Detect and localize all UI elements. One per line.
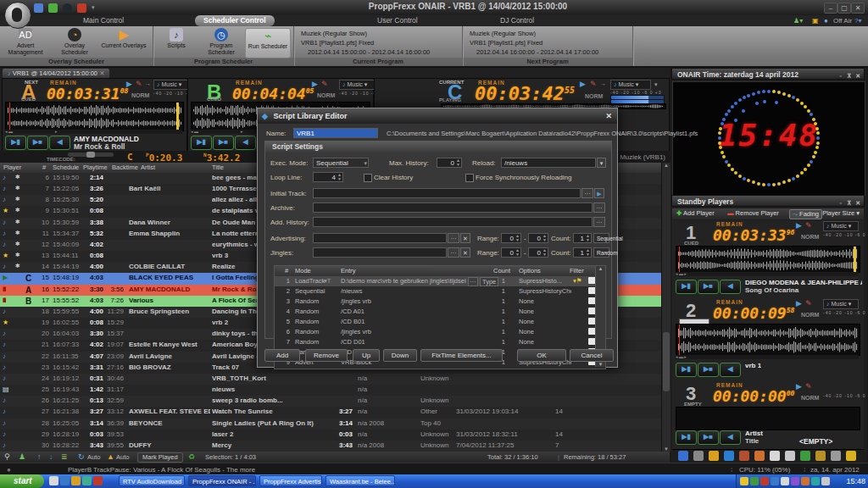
scripts-button[interactable]: ♪ Scripts [155,28,198,57]
run-scheduler-button[interactable]: ⌁ Run Scheduler [245,28,291,58]
playlist-row[interactable]: ▤2516:19:431:4231:17nieuwsn/a [0,385,661,396]
recycle-icon[interactable]: ♻ [188,452,195,462]
remove-button[interactable]: Remove [305,349,348,362]
task-button[interactable]: ProppFrexx Advertisi... [259,475,322,486]
play-stop-button[interactable]: ▶■ [698,363,719,377]
advertising-browse[interactable]: ··· [448,233,459,243]
panel-pin-icon[interactable]: ⊼ [847,197,851,209]
add-history-input[interactable] [313,217,593,227]
wave-scrollbar[interactable]: ◂ ▬ ▸ [676,355,859,359]
fade-brush-icon[interactable]: ✎ [321,80,328,88]
category-select[interactable]: ♪ Music ▾ [823,299,859,309]
tab-user-control[interactable]: User Control [369,15,426,26]
clipboard-icon[interactable] [739,451,749,461]
rewind-button[interactable]: ◀ [49,136,70,150]
play-pause-button[interactable]: ▶▮ [676,430,697,445]
search-icon[interactable] [693,451,704,461]
tab-dj-control[interactable]: DJ Control [492,15,542,26]
mode-dropdown-icon[interactable]: ▾T [324,277,331,285]
flag-icon[interactable] [846,451,856,461]
task-button[interactable]: RTV AudioDownload ... [119,475,185,486]
script-line-row[interactable]: 4Random/CD A011None [275,307,595,317]
adv-range-to[interactable]: 0▲▼ [528,233,548,243]
jin-mode-select[interactable]: Random [593,247,609,258]
folder-icon[interactable] [709,451,719,461]
standby-players-title[interactable]: Standby Players ▫ ⊼ ✕ [671,195,865,207]
jin-range-from[interactable]: 0▲▼ [501,247,521,258]
fixtime-elements-button[interactable]: FixTime Elements... [420,349,503,362]
add-button[interactable]: Add [264,349,300,362]
globe-icon[interactable] [724,451,734,461]
entry-browse-button[interactable]: ··· [468,277,478,286]
help-icon[interactable]: ?▾ [854,16,861,25]
user-icon[interactable]: ♟▾ [793,16,803,25]
auto-eject-label[interactable]: Auto [116,453,129,461]
playlist-row[interactable]: ♪2716:21:383:2733:12AXWELL FEAT. STEVE E… [0,407,661,418]
quicklaunch-ie-icon[interactable] [49,476,58,485]
jingles-input[interactable] [313,247,447,258]
play-pause-button[interactable]: ▶▮ [191,136,212,150]
adv-count[interactable]: 1▲▼ [573,233,592,243]
advertising-input[interactable] [313,233,447,243]
tray-icon[interactable] [750,477,759,485]
play-stop-button[interactable]: ▶■ [27,136,48,150]
tray-icon[interactable] [811,477,820,485]
overlay-scheduler-button[interactable]: ◔ Overlay Scheduler [52,28,97,57]
script-line-row[interactable]: 7Random/CD D011None [275,337,595,347]
playlist-row[interactable]: ♪2916:28:190:0339:53laser 20:03n/aUnknow… [0,430,661,441]
tray-icon[interactable] [760,477,769,485]
waveform[interactable] [676,324,860,356]
rewind-button[interactable]: ◀ [720,280,741,294]
player-size-dropdown[interactable]: Player Size ▾ [820,209,862,218]
mix-marker[interactable] [854,247,856,272]
play-stop-button[interactable]: ▶■ [698,430,719,445]
tray-icon[interactable] [791,477,799,485]
program-scheduler-button[interactable]: ◷ Program Scheduler [199,28,243,57]
tray-icon[interactable] [771,477,779,485]
doc2-icon[interactable] [785,451,795,461]
move-up-icon[interactable]: ↑ [37,452,42,462]
auto-refresh-icon[interactable]: ↻ [78,452,85,462]
archive-input[interactable] [313,202,593,213]
wave-scrollbar[interactable]: ◂ ▬ ▸ [676,272,859,276]
jin-range-to[interactable]: 0▲▼ [528,247,548,258]
play-icon[interactable]: ▶ [126,80,132,88]
archive-browse[interactable]: ··· [593,202,605,213]
quicklaunch-desktop-icon[interactable] [60,476,70,485]
jin-count[interactable]: 1▲▼ [573,247,592,258]
wave-scrollbar[interactable]: ◂ ▬ ▸ [5,130,182,134]
mix-marker[interactable] [176,103,179,130]
play-icon[interactable]: ▶ [312,80,318,88]
play-pause-button[interactable]: ▶▮ [5,136,26,150]
headphone-icon[interactable]: ⚲ [4,452,10,462]
scroll-thumb[interactable] [663,332,670,391]
mark-played-button[interactable]: Mark Played [137,452,183,463]
reload-input[interactable]: /nieuws [501,158,596,168]
playlist-row[interactable]: ♪2416:19:120:3130:46VRB_TOTH_Kortn/aUnkn… [0,374,661,385]
advertising-clear[interactable]: ✕ [460,233,470,243]
onair-time-panel-title[interactable]: ONAIR Time: zaterdag 14 april 2012 ▫ ⊼ ✕ [671,68,865,80]
playlist-row[interactable]: ♪2616:21:250:1332:59sweep 3 radio bomb..… [0,396,661,407]
filter-doc-icon[interactable] [588,369,596,369]
initial-track-play[interactable]: ▶ [594,188,604,198]
category-select[interactable]: ♪ Music ▾ [153,80,189,90]
start-button[interactable]: start [0,474,44,488]
rewind-button[interactable]: ◀ [720,363,741,377]
play-icon[interactable]: ▶ [796,382,802,391]
adv-range-from[interactable]: 0▲▼ [501,233,521,243]
fade-brush-icon[interactable]: ✎ [805,221,812,230]
auto-eject-icon[interactable]: ▲ [107,452,114,462]
doc-icon[interactable] [770,451,780,461]
chart-icon[interactable] [800,451,810,461]
playlist-scrollbar[interactable]: ▲▼ [661,163,670,452]
playlist-row[interactable]: ♪3016:28:223:4339:55DUFFYMercy3:43n/a 20… [0,441,661,452]
loop-line-spinner[interactable]: 4▲▼ [313,172,343,182]
tab-main-control[interactable]: Main Control [75,15,132,26]
application-menu-orb[interactable] [4,2,31,29]
script-line-row[interactable]: 1LoadTrackD:\demo marc\vrb te gebruiken … [275,276,595,286]
clear-history-checkbox[interactable] [364,174,372,182]
quicklaunch-folder-icon[interactable] [71,476,81,485]
play-icon[interactable]: ▶ [796,299,802,308]
fade-brush-icon[interactable]: ✎ [805,299,812,308]
auto-refresh-label[interactable]: Auto [87,453,100,461]
